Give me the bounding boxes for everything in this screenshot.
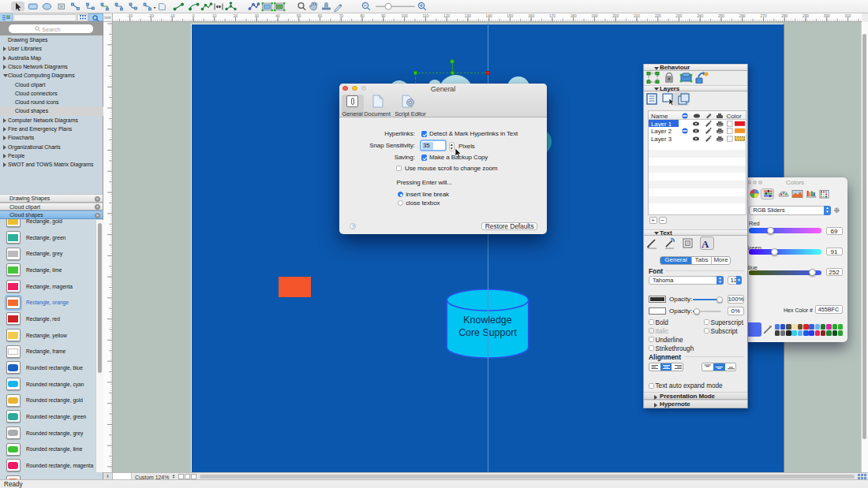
svg-text:100: 100 xyxy=(402,14,408,18)
svg-text:140: 140 xyxy=(486,14,492,18)
svg-text:310: 310 xyxy=(845,14,851,18)
svg-text:-10: -10 xyxy=(170,14,175,18)
svg-text:-20: -20 xyxy=(148,14,154,18)
svg-text:160: 160 xyxy=(528,14,534,18)
svg-text:260: 260 xyxy=(739,14,746,18)
svg-text:180: 180 xyxy=(571,14,577,18)
svg-text:40: 40 xyxy=(275,14,280,18)
svg-text:250: 250 xyxy=(718,14,724,18)
svg-text:280: 280 xyxy=(781,14,788,18)
svg-text:20: 20 xyxy=(234,14,238,18)
svg-text:190: 190 xyxy=(591,14,597,18)
svg-text:270: 270 xyxy=(760,14,766,18)
svg-text:220: 220 xyxy=(655,14,661,18)
svg-text:240: 240 xyxy=(697,14,703,18)
svg-text:150: 150 xyxy=(507,14,513,18)
svg-text:50: 50 xyxy=(297,14,301,18)
svg-text:30: 30 xyxy=(255,14,260,18)
svg-text:110: 110 xyxy=(423,14,429,18)
svg-text:60: 60 xyxy=(318,14,323,18)
svg-text:-30: -30 xyxy=(127,14,133,18)
svg-text:200: 200 xyxy=(612,14,619,18)
svg-text:290: 290 xyxy=(803,14,809,18)
svg-text:80: 80 xyxy=(360,14,365,18)
svg-text:210: 210 xyxy=(634,14,640,18)
svg-text:130: 130 xyxy=(465,14,471,18)
svg-text:300: 300 xyxy=(824,14,830,18)
svg-text:70: 70 xyxy=(339,14,344,18)
svg-text:230: 230 xyxy=(675,14,682,18)
svg-text:A: A xyxy=(702,238,709,249)
svg-text:90: 90 xyxy=(381,14,386,18)
svg-text:120: 120 xyxy=(443,14,450,18)
svg-text:10: 10 xyxy=(212,14,217,18)
svg-text:170: 170 xyxy=(549,14,556,18)
svg-text:0: 0 xyxy=(193,14,195,18)
